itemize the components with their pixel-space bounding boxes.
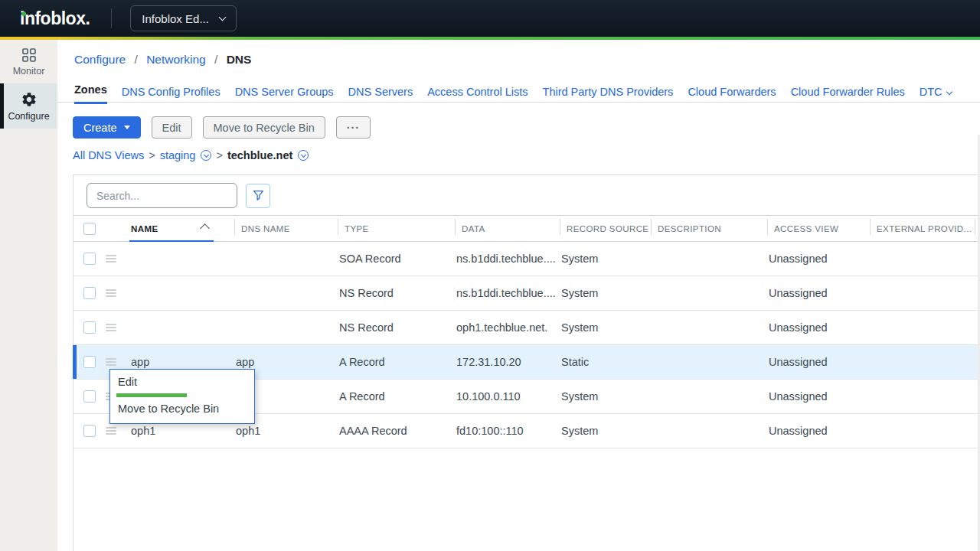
tab-third-party-dns-providers[interactable]: Third Party DNS Providers — [543, 86, 674, 104]
row-checkbox[interactable] — [83, 287, 96, 299]
zone-dropdown-icon[interactable] — [298, 150, 309, 161]
column-header-data[interactable]: DATA — [455, 215, 560, 242]
context-menu-edit[interactable]: Edit — [110, 373, 254, 392]
cell-data: ns.b1ddi.techblue.... — [455, 287, 560, 299]
tab-dns-servers[interactable]: DNS Servers — [348, 86, 413, 104]
cell-record-source: System — [560, 425, 651, 437]
tab-access-control-lists[interactable]: Access Control Lists — [427, 86, 528, 104]
view-path-separator: > — [216, 149, 222, 161]
filter-button[interactable] — [246, 184, 270, 208]
breadcrumb-link-networking[interactable]: Networking — [146, 53, 206, 66]
chevron-down-icon — [218, 14, 226, 21]
drag-handle-icon[interactable] — [106, 255, 116, 262]
cell-record-source: System — [560, 321, 651, 334]
tab-cloud-forwarders[interactable]: Cloud Forwarders — [688, 86, 776, 104]
column-header-name[interactable]: NAME — [129, 215, 234, 242]
drag-handle-icon[interactable] — [106, 324, 116, 331]
app-selector-dropdown[interactable]: Infoblox Ed... — [130, 5, 237, 31]
sort-ascending-icon — [200, 223, 210, 233]
ellipsis-icon: ··· — [347, 122, 361, 134]
row-checkbox[interactable] — [83, 321, 96, 334]
zone-name-techblue: techblue.net — [227, 149, 292, 161]
create-button[interactable]: Create — [73, 116, 141, 139]
column-header-external-provider[interactable]: EXTERNAL PROVID... — [870, 215, 975, 242]
tab-dns-config-profiles[interactable]: DNS Config Profiles — [122, 86, 220, 104]
sidebar: Monitor Configure — [0, 40, 57, 551]
column-header-access-view[interactable]: ACCESS VIEW — [767, 215, 870, 242]
table-row[interactable]: NS Record oph1.techblue.net. System Unas… — [74, 311, 980, 345]
breadcrumb-separator: / — [135, 53, 138, 66]
drag-handle-icon[interactable] — [106, 427, 116, 435]
select-all-checkbox[interactable] — [83, 223, 96, 235]
search-input[interactable] — [87, 183, 237, 208]
staging-dropdown-icon[interactable] — [201, 150, 211, 161]
funnel-filter-icon — [252, 189, 265, 202]
cell-access-view: Unassigned — [767, 321, 870, 334]
more-actions-button[interactable]: ··· — [336, 116, 371, 139]
cell-type: AAAA Record — [338, 425, 455, 437]
tab-bar: Zones DNS Config Profiles DNS Server Gro… — [74, 83, 978, 104]
cell-dns-name: oph1 — [234, 425, 338, 437]
column-header-type[interactable]: TYPE — [338, 215, 455, 242]
move-to-recycle-bin-label: Move to Recycle Bin — [214, 122, 315, 134]
cell-data: oph1.techblue.net. — [455, 321, 560, 334]
context-menu-move-to-recycle-bin[interactable]: Move to Recycle Bin — [110, 399, 254, 419]
cell-name: app — [129, 356, 234, 368]
cell-record-source: System — [560, 390, 651, 403]
column-header-dns-name[interactable]: DNS NAME — [234, 215, 338, 242]
cell-name: oph1 — [129, 425, 234, 437]
app-screen: infoblox. Infoblox Ed... Monitor — [0, 0, 980, 551]
all-dns-views-link[interactable]: All DNS Views — [73, 149, 144, 161]
cell-access-view: Unassigned — [767, 425, 870, 437]
infoblox-logo: infoblox. — [20, 8, 90, 29]
staging-view-link[interactable]: staging — [160, 149, 196, 161]
column-header-record-source[interactable]: RECORD SOURCE — [560, 215, 651, 242]
tab-dns-server-groups[interactable]: DNS Server Groups — [235, 86, 334, 104]
cell-access-view: Unassigned — [767, 253, 870, 265]
column-header-name-label: NAME — [131, 224, 158, 233]
breadcrumb-separator: / — [214, 53, 217, 66]
tab-dtc-dropdown[interactable]: DTC — [920, 86, 952, 104]
move-to-recycle-bin-button[interactable]: Move to Recycle Bin — [203, 116, 325, 139]
edit-button[interactable]: Edit — [152, 116, 192, 139]
cell-access-view: Unassigned — [767, 390, 870, 403]
top-bar: infoblox. Infoblox Ed... — [0, 0, 980, 37]
dns-view-path: All DNS Views > staging > techblue.net — [73, 149, 309, 161]
chevron-down-icon — [946, 88, 952, 94]
cell-type: NS Record — [338, 287, 455, 299]
cell-data: 10.100.0.110 — [455, 390, 560, 403]
cell-record-source: System — [560, 287, 651, 299]
row-checkbox[interactable] — [83, 356, 96, 368]
table-row[interactable]: SOA Record ns.b1ddi.techblue.... System … — [74, 242, 980, 276]
row-checkbox[interactable] — [83, 253, 96, 265]
topbar-divider — [111, 8, 112, 28]
cell-type: SOA Record — [338, 253, 455, 265]
sidebar-item-configure[interactable]: Configure — [0, 83, 57, 129]
drag-handle-icon[interactable] — [106, 358, 116, 366]
row-checkbox[interactable] — [83, 425, 96, 437]
sidebar-item-monitor[interactable]: Monitor — [0, 40, 57, 83]
context-menu-green-divider — [116, 393, 187, 397]
cell-access-view: Unassigned — [767, 356, 870, 368]
tab-zones[interactable]: Zones — [74, 83, 107, 104]
action-toolbar: Create Edit Move to Recycle Bin ··· — [73, 116, 371, 139]
column-header-description[interactable]: DESCRIPTION — [651, 215, 767, 242]
breadcrumb-current-dns: DNS — [227, 53, 252, 66]
app-selector-label: Infoblox Ed... — [142, 12, 209, 25]
table-row[interactable]: NS Record ns.b1ddi.techblue.... System U… — [74, 276, 980, 311]
tab-cloud-forwarder-rules[interactable]: Cloud Forwarder Rules — [791, 86, 905, 104]
cell-record-source: System — [560, 253, 651, 265]
table-header-row: NAME DNS NAME TYPE DATA RECORD SOURCE DE… — [74, 215, 980, 242]
row-checkbox[interactable] — [83, 390, 96, 403]
search-row — [74, 175, 980, 215]
breadcrumb-link-configure[interactable]: Configure — [74, 53, 126, 66]
view-path-separator: > — [149, 149, 155, 161]
create-button-label: Create — [83, 122, 117, 134]
drag-handle-icon[interactable] — [106, 289, 116, 297]
cell-access-view: Unassigned — [767, 287, 870, 299]
gear-icon — [21, 91, 38, 108]
main-content: Configure / Networking / DNS Zones DNS C… — [57, 40, 980, 551]
cell-record-source: Static — [560, 356, 651, 368]
row-context-menu: Edit Move to Recycle Bin — [109, 369, 255, 424]
breadcrumb: Configure / Networking / DNS — [74, 53, 251, 67]
